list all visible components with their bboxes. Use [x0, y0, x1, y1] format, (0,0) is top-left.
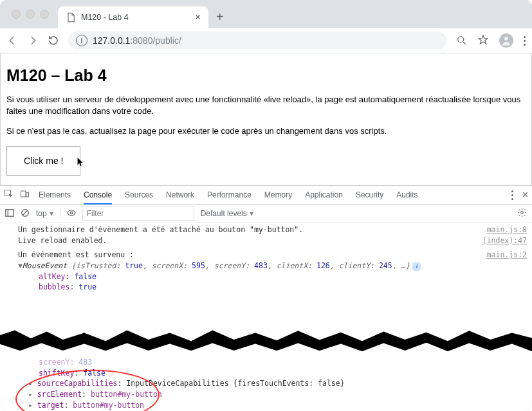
source-link[interactable]: (index):47 [476, 235, 527, 246]
intro-paragraph-2: Si ce n'est pas le cas, actualisez la pa… [6, 125, 526, 137]
new-tab-button[interactable]: + [216, 10, 224, 24]
intro-paragraph-1: Si vous utiliser un serveur de développe… [6, 94, 526, 116]
torn-edge [0, 325, 532, 352]
source-link[interactable]: main.js:2 [481, 250, 527, 260]
close-window-icon[interactable] [12, 10, 21, 19]
object-property: screenY: 483 [5, 357, 527, 368]
live-expression-icon[interactable] [67, 208, 76, 219]
log-line: Un gestionnaire d'évènement a été attach… [5, 224, 481, 235]
svg-rect-5 [6, 209, 14, 216]
svg-point-7 [70, 212, 73, 214]
log-line: Un événement est survenu : [5, 250, 481, 260]
tab-audits[interactable]: Audits [396, 187, 417, 204]
site-info-icon[interactable]: i [76, 35, 87, 46]
source-link[interactable]: main.js:8 [481, 224, 527, 235]
console-filter-input[interactable] [82, 206, 194, 221]
object-property: altKey: false [5, 271, 527, 282]
window-titlebar: M120 - Lab 4 × + [0, 0, 532, 28]
tab-network[interactable]: Network [166, 187, 194, 204]
reload-button[interactable] [48, 35, 59, 46]
back-button[interactable] [6, 35, 18, 46]
info-badge-icon[interactable]: i [412, 262, 421, 271]
tab-elements[interactable]: Elements [39, 187, 71, 204]
object-property[interactable]: ▸ sourceCapabilities: InputDeviceCapabil… [5, 378, 527, 389]
device-toolbar-icon[interactable] [20, 189, 30, 201]
clear-console-icon[interactable] [21, 208, 30, 219]
log-object-header[interactable]: ▼MouseEvent {isTrusted: true, screenX: 5… [5, 260, 527, 271]
tab-title: M120 - Lab 4 [81, 13, 129, 22]
tab-performance[interactable]: Performance [207, 187, 252, 204]
page-content: M120 – Lab 4 Si vous utiliser un serveur… [0, 53, 532, 188]
click-me-label: Click me ! [24, 156, 63, 166]
file-icon [66, 12, 76, 23]
log-levels-select[interactable]: Default levels▾ [201, 209, 253, 218]
console-settings-icon[interactable] [517, 208, 527, 219]
minimize-window-icon[interactable] [26, 10, 35, 19]
svg-point-0 [458, 36, 464, 42]
traffic-lights[interactable] [12, 10, 49, 19]
page-title: M120 – Lab 4 [6, 66, 526, 85]
bookmark-star-icon[interactable] [477, 34, 489, 48]
devtools-tabs: Elements Console Sources Network Perform… [39, 187, 418, 204]
execution-context-select[interactable]: top ▾ [36, 209, 60, 218]
tab-sources[interactable]: Sources [125, 187, 153, 204]
devtools-panel: Elements Console Sources Network Perform… [0, 185, 532, 411]
log-line: Live reload enabled. [5, 235, 476, 246]
svg-point-8 [521, 212, 524, 214]
context-label: top [36, 209, 47, 218]
object-property[interactable]: ▸ target: button#my-button [5, 400, 527, 411]
levels-label: Default levels [201, 209, 247, 218]
devtools-close-icon[interactable]: × [522, 189, 528, 201]
object-property: bubbles: true [5, 282, 527, 293]
reader-mode-icon[interactable] [455, 34, 467, 48]
click-me-button[interactable]: Click me ! [6, 146, 80, 176]
object-property[interactable]: ▸ srcElement: button#my-button [5, 389, 527, 400]
devtools-menu-icon[interactable] [511, 190, 513, 200]
tab-application[interactable]: Application [305, 187, 343, 204]
address-bar[interactable]: i 127.0.0.1:8080/public/ [68, 32, 446, 50]
close-tab-icon[interactable]: × [195, 12, 201, 23]
browser-tab[interactable]: M120 - Lab 4 × [58, 6, 208, 28]
browser-toolbar: i 127.0.0.1:8080/public/ [0, 28, 532, 53]
tab-console[interactable]: Console [84, 187, 112, 205]
url-text: 127.0.0.1:8080/public/ [93, 35, 181, 46]
console-output[interactable]: Un gestionnaire d'évènement a été attach… [0, 223, 532, 411]
zoom-window-icon[interactable] [40, 10, 49, 19]
object-property: shiftKey: false [5, 368, 527, 379]
browser-menu-icon[interactable] [524, 36, 526, 46]
devtools-tab-bar: Elements Console Sources Network Perform… [0, 186, 532, 205]
tab-security[interactable]: Security [356, 187, 383, 204]
svg-point-1 [504, 37, 508, 41]
mouse-cursor-icon [77, 157, 84, 169]
tab-memory[interactable]: Memory [264, 187, 292, 204]
console-toolbar: top ▾ Default levels▾ [0, 205, 532, 223]
svg-rect-3 [21, 191, 26, 197]
element-picker-icon[interactable] [4, 189, 14, 201]
forward-button [27, 35, 39, 46]
console-sidebar-toggle-icon[interactable] [5, 208, 14, 219]
svg-rect-4 [26, 192, 29, 197]
profile-avatar-icon[interactable] [499, 33, 513, 48]
